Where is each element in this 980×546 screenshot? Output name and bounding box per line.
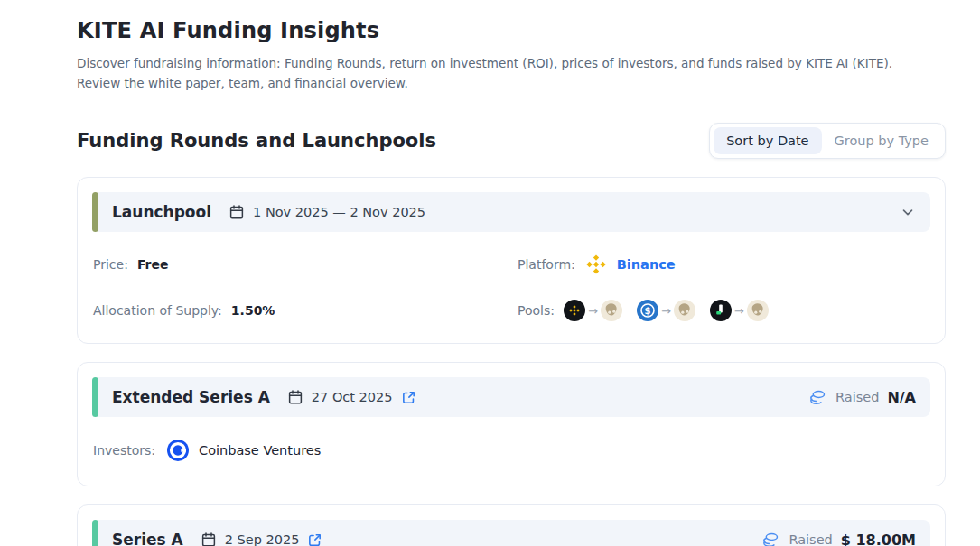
- round-type: Extended Series A: [112, 388, 270, 406]
- calendar-icon: [287, 389, 303, 405]
- date-wrap: 1 Nov 2025 — 2 Nov 2025: [229, 204, 425, 220]
- pool-fdusd-kite[interactable]: →: [710, 300, 769, 321]
- binance-logo-icon: [584, 253, 608, 276]
- funding-card-extended-series-a: Extended Series A 27 Oct 2025 Raised N/A…: [77, 362, 946, 486]
- kite-coin-icon: [674, 300, 695, 321]
- card-body: Price: Free Platform: Binance Allocation…: [92, 232, 930, 329]
- raised-value: N/A: [887, 389, 916, 406]
- bnb-coin-icon: [564, 300, 585, 321]
- sort-toggle: Sort by Date Group by Type: [709, 123, 946, 159]
- investor-coinbase-ventures[interactable]: Coinbase Ventures: [166, 439, 321, 462]
- toggle-sort-by-date[interactable]: Sort by Date: [714, 127, 821, 154]
- page-description: Discover fundraising information: Fundin…: [77, 53, 937, 93]
- arrow-right-icon: →: [588, 305, 598, 317]
- calendar-icon: [201, 532, 217, 546]
- round-type: Series A: [112, 531, 183, 546]
- platform-label: Platform:: [518, 257, 575, 272]
- date-wrap: 27 Oct 2025: [287, 389, 416, 405]
- allocation-value: 1.50%: [231, 303, 275, 318]
- kite-coin-icon: [601, 300, 622, 321]
- raised-value: $ 18.00M: [841, 532, 916, 546]
- date-wrap: 2 Sep 2025: [201, 532, 323, 546]
- pool-bnb-kite[interactable]: →: [564, 300, 622, 321]
- price-field: Price: Free: [93, 253, 518, 276]
- funding-card-series-a: Series A 2 Sep 2025 Raised $ 18.00M: [77, 504, 946, 546]
- round-date: 27 Oct 2025: [312, 390, 393, 404]
- investors-row: Investors: Coinbase Ventures: [92, 417, 930, 471]
- raised-group: Raised $ 18.00M: [761, 531, 916, 546]
- platform-field: Platform: Binance: [518, 253, 930, 276]
- price-value: Free: [137, 257, 169, 272]
- chevron-down-icon[interactable]: [900, 204, 916, 220]
- card-header[interactable]: Extended Series A 27 Oct 2025 Raised N/A: [92, 377, 930, 417]
- pool-usdc-kite[interactable]: $ →: [637, 300, 695, 321]
- section-title: Funding Rounds and Launchpools: [77, 130, 436, 152]
- round-date: 2 Sep 2025: [225, 532, 300, 546]
- arrow-right-icon: →: [661, 305, 671, 317]
- section-header-row: Funding Rounds and Launchpools Sort by D…: [77, 123, 946, 159]
- round-date: 1 Nov 2025 — 2 Nov 2025: [253, 205, 425, 219]
- calendar-icon: [229, 204, 245, 220]
- coins-icon: [808, 388, 827, 407]
- fdusd-coin-icon: [710, 300, 732, 321]
- toggle-group-by-type[interactable]: Group by Type: [822, 127, 941, 154]
- raised-label: Raised: [789, 532, 832, 546]
- page-container: KITE AI Funding Insights Discover fundra…: [0, 0, 980, 546]
- pools-label: Pools:: [518, 303, 555, 318]
- investors-label: Investors:: [93, 443, 155, 458]
- accent-bar: [92, 192, 98, 232]
- usdc-coin-icon: $: [637, 300, 658, 321]
- accent-bar: [92, 520, 98, 546]
- card-header[interactable]: Launchpool 1 Nov 2025 — 2 Nov 2025: [92, 192, 930, 232]
- card-header[interactable]: Series A 2 Sep 2025 Raised $ 18.00M: [92, 520, 930, 546]
- pools-list: → $ →: [564, 300, 769, 321]
- raised-group: Raised N/A: [808, 388, 916, 407]
- kite-coin-icon: [747, 300, 769, 321]
- svg-text:$: $: [644, 306, 650, 316]
- platform-link[interactable]: Binance: [617, 257, 676, 272]
- coins-icon: [761, 531, 780, 546]
- funding-card-launchpool: Launchpool 1 Nov 2025 — 2 Nov 2025 Price…: [77, 177, 946, 344]
- round-type: Launchpool: [112, 203, 211, 221]
- allocation-label: Allocation of Supply:: [93, 303, 222, 318]
- coinbase-ventures-logo-icon: [166, 439, 190, 462]
- header-right: [900, 204, 916, 220]
- price-label: Price:: [93, 257, 128, 272]
- arrow-right-icon: →: [734, 305, 744, 317]
- external-link-icon[interactable]: [307, 532, 322, 546]
- accent-bar: [92, 377, 98, 417]
- investor-name: Coinbase Ventures: [199, 443, 321, 458]
- pools-field: Pools: → $: [518, 299, 930, 322]
- page-title: KITE AI Funding Insights: [77, 18, 946, 43]
- external-link-icon[interactable]: [401, 390, 416, 405]
- allocation-field: Allocation of Supply: 1.50%: [93, 299, 518, 322]
- raised-label: Raised: [835, 390, 879, 404]
